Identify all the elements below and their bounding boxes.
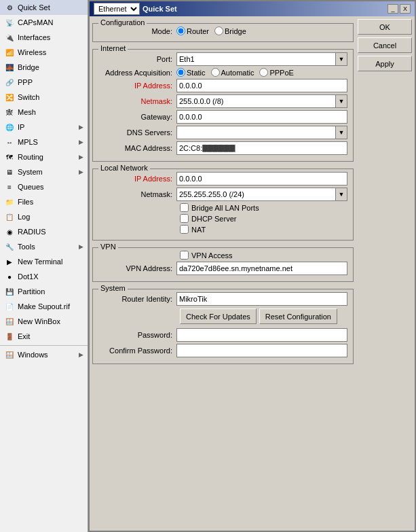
mac-input[interactable] <box>176 141 347 155</box>
dns-dropdown[interactable]: ▼ <box>176 126 347 139</box>
sidebar-item-wireless[interactable]: 📶Wireless <box>0 45 88 60</box>
windows-icon: 🪟 <box>4 349 15 360</box>
sidebar-item-exit[interactable]: 🚪Exit <box>0 329 88 344</box>
local-ip-input[interactable] <box>176 172 347 185</box>
sidebar-item-dot1x[interactable]: ●Dot1X <box>0 269 88 284</box>
mode-bridge-option[interactable]: Bridge <box>214 26 246 35</box>
apply-button[interactable]: Apply <box>358 56 412 71</box>
netmask-dropdown[interactable]: ▼ <box>176 94 347 108</box>
dns-dropdown-btn[interactable]: ▼ <box>335 126 347 139</box>
bridge-lan-checkbox[interactable] <box>180 203 189 212</box>
vpn-section: VPN VPN Access VPN Address: <box>92 247 354 282</box>
bridge-lan-label[interactable]: Bridge All LAN Ports <box>191 204 259 212</box>
router-identity-input[interactable] <box>176 292 347 306</box>
address-acq-label: Address Acquisition: <box>98 69 176 77</box>
local-ip-label: IP Address: <box>98 175 176 183</box>
queues-icon: ≡ <box>4 181 15 192</box>
mode-router-option[interactable]: Router <box>176 26 209 35</box>
mesh-icon: 🕸 <box>4 107 15 118</box>
sidebar-item-new-winbox[interactable]: 🪟New WinBox <box>0 314 88 329</box>
dot1x-icon: ● <box>4 271 15 282</box>
sidebar-item-mpls[interactable]: ↔MPLS▶ <box>0 135 88 149</box>
netmask-dropdown-btn[interactable]: ▼ <box>335 94 347 108</box>
vpn-access-checkbox[interactable] <box>180 251 189 260</box>
sidebar-item-radius[interactable]: ◉RADIUS <box>0 224 88 239</box>
port-dropdown-btn[interactable]: ▼ <box>335 52 347 66</box>
nat-checkbox[interactable] <box>180 225 189 234</box>
sidebar-item-switch[interactable]: 🔀Switch <box>0 90 88 105</box>
sidebar-item-log[interactable]: 📋Log <box>0 209 88 224</box>
sidebar-label-bridge: Bridge <box>18 63 39 71</box>
password-input[interactable] <box>176 328 347 342</box>
dhcp-server-label[interactable]: DHCP Server <box>191 215 236 223</box>
dhcp-server-checkbox[interactable] <box>180 214 189 223</box>
sidebar-item-tools[interactable]: 🔧Tools▶ <box>0 239 88 254</box>
pppoe-option[interactable]: PPPoE <box>259 68 293 77</box>
ip-arrow-icon: ▶ <box>79 124 83 130</box>
dialog-titlebar: Ethernet Quick Set _ X <box>90 1 415 16</box>
ip-input[interactable] <box>176 79 347 92</box>
sidebar-item-queues[interactable]: ≡Queues <box>0 179 88 194</box>
check-updates-button[interactable]: Check For Updates <box>180 308 257 324</box>
automatic-option[interactable]: Automatic <box>211 68 254 77</box>
sidebar-item-capsman[interactable]: 📡CAPsMAN <box>0 15 88 30</box>
cancel-button[interactable]: Cancel <box>358 37 412 53</box>
local-netmask-input[interactable] <box>176 188 335 201</box>
radius-icon: ◉ <box>4 226 15 237</box>
internet-title: Internet <box>98 44 128 52</box>
system-section: System Router Identity: Check For Update… <box>92 289 354 364</box>
reset-config-button[interactable]: Reset Configuration <box>259 308 337 324</box>
local-network-title: Local Network <box>98 164 150 172</box>
local-network-section: Local Network IP Address: Netmask: ▼ <box>92 169 354 241</box>
sidebar-item-partition[interactable]: 💾Partition <box>0 284 88 299</box>
mode-router-label: Router <box>187 27 209 35</box>
port-input[interactable] <box>176 52 335 66</box>
ok-button[interactable]: OK <box>358 19 412 35</box>
sidebar-item-quick-set[interactable]: ⚙Quick Set <box>0 0 88 15</box>
exit-icon: 🚪 <box>4 331 15 342</box>
dns-input[interactable] <box>176 126 335 139</box>
sidebar-item-files[interactable]: 📁Files <box>0 194 88 209</box>
sidebar-item-interfaces[interactable]: 🔌Interfaces <box>0 30 88 45</box>
bridge-icon: 🌉 <box>4 62 15 73</box>
nat-row: NAT <box>98 225 347 234</box>
pppoe-radio[interactable] <box>259 68 268 77</box>
sidebar-item-ip[interactable]: 🌐IP▶ <box>0 120 88 135</box>
sidebar-label-system: System <box>18 168 43 176</box>
sidebar-item-windows[interactable]: 🪟Windows▶ <box>0 347 88 362</box>
close-button[interactable]: X <box>400 4 411 14</box>
dns-row: DNS Servers: ▼ <box>98 126 347 139</box>
confirm-password-input[interactable] <box>176 344 347 357</box>
dialog-right-panel: OK Cancel Apply <box>358 19 412 528</box>
sidebar-item-new-terminal[interactable]: ▶New Terminal <box>0 254 88 269</box>
nat-label[interactable]: NAT <box>191 226 206 234</box>
sidebar-item-make-supout[interactable]: 📄Make Supout.rif <box>0 299 88 314</box>
local-netmask-dropdown[interactable]: ▼ <box>176 188 347 201</box>
mode-bridge-radio[interactable] <box>214 26 223 35</box>
minimize-button[interactable]: _ <box>387 4 398 14</box>
netmask-input[interactable] <box>176 94 335 108</box>
new-winbox-icon: 🪟 <box>4 316 15 327</box>
sidebar-item-ppp[interactable]: 🔗PPP <box>0 75 88 90</box>
interface-dropdown[interactable]: Ethernet <box>94 3 140 15</box>
automatic-radio[interactable] <box>211 68 220 77</box>
mode-router-radio[interactable] <box>176 26 185 35</box>
sidebar-item-bridge[interactable]: 🌉Bridge <box>0 60 88 75</box>
local-netmask-dropdown-btn[interactable]: ▼ <box>335 188 347 201</box>
gateway-input[interactable] <box>176 110 347 124</box>
dialog-body: Configuration Mode: Router Bridge <box>90 16 415 531</box>
vpn-address-input[interactable] <box>176 262 347 275</box>
titlebar-left: Ethernet Quick Set <box>94 3 177 15</box>
local-netmask-row: Netmask: ▼ <box>98 188 347 201</box>
sidebar-item-system[interactable]: 🖥System▶ <box>0 164 88 179</box>
vpn-access-label[interactable]: VPN Access <box>191 251 233 260</box>
sidebar-item-routing[interactable]: 🗺Routing▶ <box>0 149 88 164</box>
mpls-arrow-icon: ▶ <box>79 139 83 145</box>
sidebar-item-mesh[interactable]: 🕸Mesh <box>0 105 88 120</box>
confirm-password-row: Confirm Password: <box>98 344 347 357</box>
static-radio[interactable] <box>176 68 185 77</box>
static-option[interactable]: Static <box>176 68 206 77</box>
interface-select[interactable]: Ethernet <box>94 3 140 15</box>
ip-address-row: IP Address: <box>98 79 347 92</box>
port-dropdown[interactable]: ▼ <box>176 52 347 66</box>
